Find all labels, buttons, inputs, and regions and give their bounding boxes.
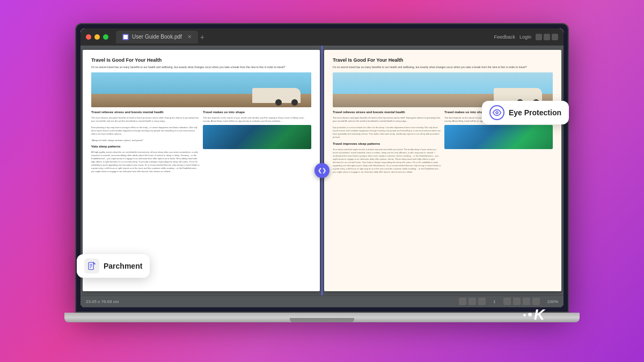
col1-right: Travel relieves stress and boosts mental… [333, 110, 441, 174]
window-minimize-btn[interactable] [94, 34, 100, 40]
zoom-level: 100% [547, 299, 558, 304]
logo-dots [523, 313, 532, 316]
laptop-base [64, 313, 580, 322]
page-title-right: Travel Is Good For Your Health [333, 57, 553, 63]
comparison-toggle[interactable]: ❮❯ [314, 163, 330, 178]
parchment-icon-container [84, 258, 99, 274]
knowtechie-logo: K [523, 306, 545, 323]
page-subtitle-left: It's no secret travel has so many benefi… [91, 65, 311, 69]
win-btn-2[interactable] [544, 34, 550, 40]
arrow-icon: ❮❯ [318, 167, 326, 173]
eye-icon-container [489, 105, 504, 120]
login-link[interactable]: Login [519, 34, 531, 40]
col1-left: Travel relieves stress and boosts mental… [91, 110, 200, 173]
screen-content: User Guide Book.pdf ✕ + Feedback Login [80, 28, 564, 307]
page-number: 1 [493, 299, 495, 304]
eye-protection-label: Eye Protection [509, 108, 561, 117]
pdf-page-right: Travel Is Good For Your Health It's no s… [324, 50, 561, 291]
browser-controls: Feedback Login [494, 34, 558, 40]
section3-title-right: Travel improves sleep patterns [333, 142, 441, 146]
tab-area: User Guide Book.pdf ✕ + [116, 31, 491, 43]
logo-dot-1 [523, 314, 526, 316]
toolbar-icon-6[interactable] [523, 298, 530, 305]
parchment-badge[interactable]: Parchment [77, 254, 150, 278]
svg-rect-5 [123, 35, 128, 39]
svg-point-0 [496, 112, 498, 114]
toolbar-icon-1[interactable] [459, 298, 466, 305]
section1-title-right: Travel relieves stress and boosts mental… [333, 110, 441, 115]
pdf-icon [123, 35, 128, 39]
page-dimensions: 23.05 x 76.69 cm [86, 299, 119, 304]
rv-image-left [91, 72, 311, 107]
pdf-tab-icon [122, 34, 129, 40]
toolbar-icon-7[interactable] [532, 298, 540, 305]
section1-title-left: Travel relieves stress and boosts mental… [91, 110, 200, 115]
toolbar-icon-4[interactable] [503, 298, 511, 305]
toolbar-icon-5[interactable] [513, 298, 521, 305]
laptop-notch [290, 318, 354, 322]
laptop-container: Eye Protection Parchment [67, 23, 577, 339]
two-col-left: Travel relieves stress and boosts mental… [91, 110, 311, 173]
eye-icon [493, 108, 501, 117]
logo-letter: K [534, 306, 545, 323]
pdf-viewer: ❮❯ Travel Is Good For Your Health It's n… [80, 46, 564, 307]
section2-text-left: This fact depends on the nature of your … [203, 116, 311, 123]
logo-dot-2 [528, 313, 532, 316]
document-icon [87, 261, 96, 271]
tab-title: User Guide Book.pdf [132, 34, 182, 40]
section4-title-left: Vata sleep patterns [91, 145, 200, 149]
window-maximize-btn[interactable] [103, 34, 108, 40]
browser-chrome: User Guide Book.pdf ✕ + Feedback Login [80, 28, 564, 46]
new-tab-btn[interactable]: + [200, 33, 204, 41]
col2-left: Travel makes us into shape This fact dep… [203, 110, 311, 173]
section2-title-left: Travel makes us into shape [203, 110, 311, 115]
win-btn-1[interactable] [536, 34, 542, 40]
toolbar-icon-2[interactable] [469, 298, 476, 305]
tab-close-btn[interactable]: ✕ [187, 34, 192, 40]
eye-protection-badge[interactable]: Eye Protection [482, 101, 569, 124]
pdf-content-area: ❮❯ Travel Is Good For Your Health It's n… [80, 46, 564, 295]
window-close-btn[interactable] [86, 34, 91, 40]
page-title-left: Travel Is Good For Your Health [91, 57, 311, 63]
page-subtitle-right: It's no secret travel has so many benefi… [333, 65, 553, 69]
feedback-link[interactable]: Feedback [494, 34, 515, 40]
toolbar-icon-3[interactable] [478, 298, 486, 305]
browser-tab[interactable]: User Guide Book.pdf ✕ [116, 31, 198, 43]
pdf-toolbar: 23.05 x 76.69 cm 1 100% [80, 295, 564, 307]
ocean-image-left [203, 125, 311, 149]
win-btn-3[interactable] [552, 34, 558, 40]
section1-text-right: The most obvious and great benefits of t… [333, 116, 441, 123]
parchment-label: Parchment [104, 262, 142, 270]
ocean-image-right [444, 125, 553, 149]
section1-text-left: The most obvious and great benefits of t… [91, 116, 200, 123]
